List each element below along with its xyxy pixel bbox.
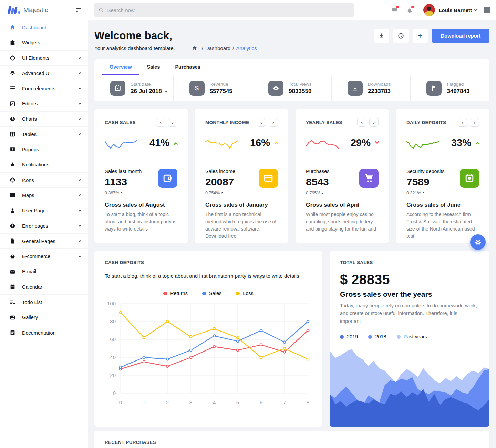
total-sales-heading: Gross sales over the years	[340, 290, 479, 298]
page-title: Welcome back,	[94, 30, 257, 42]
svg-text:20: 20	[110, 372, 116, 378]
sidebar-item-calendar[interactable]: Calendar	[0, 279, 88, 295]
sidebar-item-maps[interactable]: Maps	[0, 188, 88, 203]
sidebar-item-dashboard[interactable]: Dashboard	[0, 20, 88, 35]
topbar: Majestic Louis Barnett	[0, 0, 496, 20]
home-icon[interactable]	[192, 45, 197, 51]
breadcrumb-dashboard[interactable]: Dashboard	[205, 45, 230, 51]
chevron-down-icon[interactable]	[165, 90, 167, 93]
flag-icon	[426, 81, 442, 96]
history-button[interactable]	[393, 29, 409, 43]
sidebar-item-error-pages[interactable]: Error pages	[0, 218, 88, 234]
sidebar-item-widgets[interactable]: Widgets	[0, 35, 88, 50]
sidebar-item-popups[interactable]: Popups	[0, 142, 88, 157]
chevron-down-icon	[79, 72, 81, 74]
eye-icon	[268, 81, 283, 96]
total-sales-legend: 2019 2018 Past years	[340, 334, 479, 339]
svg-text:8: 8	[307, 399, 309, 405]
tabs: Overview Sales Purchases	[94, 59, 489, 75]
search-bar[interactable]	[94, 3, 354, 17]
cash-deposits-legend: Returns Sales Loss	[105, 291, 312, 296]
basket-icon	[10, 254, 16, 259]
sidebar-item-ui-elements[interactable]: UI Elements	[0, 51, 88, 66]
brand[interactable]: Majestic	[0, 0, 88, 20]
tab-sales[interactable]: Sales	[140, 59, 168, 75]
next-button[interactable]: ›	[168, 118, 177, 127]
stat-start-date[interactable]: Start date 26 Jul 2018	[94, 75, 173, 101]
calendar-heart-icon	[460, 169, 479, 188]
legend-2019: 2019	[340, 334, 358, 339]
sidebar-item-advanced-ui[interactable]: Advanced UI	[0, 66, 88, 81]
calendar-icon	[10, 284, 16, 290]
sidebar-item-tables[interactable]: Tables	[0, 127, 88, 142]
layers-icon	[10, 70, 16, 76]
tab-purchases[interactable]: Purchases	[167, 59, 208, 75]
sidebar-item-documentation[interactable]: Documentation	[0, 325, 88, 340]
sidebar-item-general-pages[interactable]: General Pages	[0, 234, 88, 249]
breadcrumb: / Dashboard / Analytics	[192, 45, 257, 51]
prev-button[interactable]: ‹	[458, 118, 467, 127]
sidebar-item-todo-list[interactable]: Todo List	[0, 295, 88, 310]
sparkline-chart	[105, 135, 137, 150]
download-icon	[379, 33, 384, 39]
clock-icon	[398, 33, 404, 39]
svg-text:1: 1	[143, 399, 145, 405]
breadcrumb-analytics[interactable]: Analytics	[236, 45, 257, 51]
search-icon	[99, 7, 104, 13]
legend-returns: Returns	[163, 291, 188, 296]
download-report-button[interactable]: Download report	[432, 29, 489, 43]
chevron-down-icon	[79, 194, 81, 196]
sidebar-item-gallery[interactable]: Gallery	[0, 310, 88, 325]
add-button[interactable]: +	[413, 29, 428, 43]
user-menu-chevron-icon[interactable]	[474, 8, 477, 11]
prev-button[interactable]: ‹	[357, 118, 366, 127]
svg-text:80: 80	[110, 318, 116, 324]
total-sales-title: TOTAL SALES	[340, 260, 479, 265]
svg-text:7: 7	[283, 399, 286, 405]
chevron-down-icon	[79, 240, 81, 242]
search-input[interactable]	[107, 7, 350, 13]
download-button[interactable]	[374, 29, 389, 43]
sidebar-item-ecommerce[interactable]: E-commerce	[0, 249, 88, 264]
notification-badge	[411, 6, 414, 8]
sidebar-item-form-elements[interactable]: Form elements	[0, 81, 88, 96]
legend-loss: Loss	[236, 291, 254, 296]
cart-icon	[359, 169, 379, 188]
avatar[interactable]	[423, 4, 435, 16]
sidebar-item-email[interactable]: E-mail	[0, 264, 88, 279]
next-button[interactable]: ›	[269, 118, 278, 127]
next-button[interactable]: ›	[470, 118, 479, 127]
page-subtitle: Your analytics dashboard template.	[94, 45, 175, 51]
sidebar-item-notifications[interactable]: Notifications	[0, 157, 88, 173]
plus-icon: +	[418, 31, 422, 40]
calendar-icon	[110, 81, 125, 96]
sidebar-toggle-icon[interactable]	[76, 8, 81, 12]
user-name: Louis Barnett	[438, 7, 472, 13]
messages-button[interactable]	[387, 2, 402, 18]
stat-revenue: $ Revenue $577545	[173, 75, 252, 101]
total-sales-area-chart	[330, 347, 489, 427]
mail-icon	[10, 269, 16, 275]
apps-grid-icon[interactable]	[484, 7, 490, 13]
prev-button[interactable]: ‹	[156, 118, 165, 127]
sidebar-item-editors[interactable]: Editors	[0, 96, 88, 111]
sidebar-item-icons[interactable]: Icons	[0, 173, 88, 188]
legend-past-years: Past years	[397, 334, 427, 339]
svg-text:5: 5	[236, 399, 239, 405]
yearly-sales-card: YEARLY SALES ‹ › 29% Purchases 8543	[296, 109, 389, 243]
tab-overview[interactable]: Overview	[102, 59, 140, 75]
chevron-down-icon	[79, 118, 81, 120]
sidebar-item-user-pages[interactable]: User Pages	[0, 203, 88, 218]
sidebar-item-charts[interactable]: Charts	[0, 112, 88, 127]
notifications-button[interactable]	[402, 2, 417, 18]
sidebar: Dashboard Widgets UI Elements Advanced U…	[0, 20, 88, 448]
sparkline-chart	[406, 135, 439, 150]
svg-text:3: 3	[189, 399, 192, 405]
next-button[interactable]: ›	[369, 118, 379, 127]
dollar-icon: $	[189, 81, 205, 96]
settings-fab[interactable]	[470, 234, 486, 250]
prev-button[interactable]: ‹	[257, 118, 266, 127]
recent-purchases-card: RECENT PURCHASES	[94, 431, 489, 448]
chevron-down-icon	[79, 87, 81, 89]
circle-icon	[10, 55, 16, 61]
